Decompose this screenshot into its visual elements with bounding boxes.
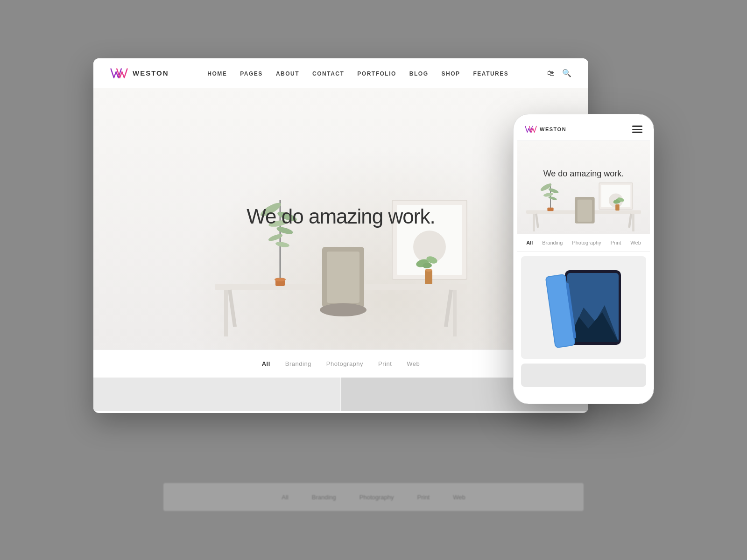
mobile-filter-all[interactable]: All [526, 240, 533, 245]
nav-item-about[interactable]: ABOUT [276, 69, 299, 77]
svg-rect-4 [444, 289, 453, 327]
desktop-logo[interactable]: WESTON [110, 67, 169, 80]
mobile-mockup: WESTON [514, 114, 654, 404]
mobile-navbar: WESTON [517, 118, 650, 141]
mobile-filter-print[interactable]: Print [611, 240, 621, 245]
bottom-strip-label-2: Branding [312, 494, 336, 501]
svg-rect-28 [535, 214, 539, 228]
nav-item-blog[interactable]: BLOG [409, 69, 429, 77]
svg-rect-31 [578, 200, 592, 222]
hamburger-line-1 [632, 126, 642, 127]
mobile-hero: We do amazing work. [517, 141, 650, 234]
bottom-strip: All Branding Photography Print Web [163, 483, 584, 511]
desktop-brand-name: WESTON [133, 69, 169, 77]
svg-rect-20 [425, 270, 432, 284]
svg-point-16 [275, 278, 286, 281]
bottom-strip-label-4: Print [417, 494, 430, 501]
mobile-brand-name: WESTON [540, 126, 566, 132]
nav-item-portfolio[interactable]: PORTFOLIO [357, 69, 396, 77]
nav-item-contact[interactable]: CONTACT [312, 69, 344, 77]
svg-rect-37 [547, 208, 553, 211]
svg-point-14 [275, 241, 289, 248]
desktop-logo-icon [110, 67, 128, 80]
desktop-navbar: WESTON HOME PAGES ABOUT CONTACT PORTFOLI… [93, 58, 588, 88]
svg-rect-27 [632, 214, 634, 231]
mobile-filter-bar: All Branding Photography Print Web [517, 234, 650, 252]
tablet-illustration [528, 261, 640, 354]
svg-point-7 [320, 303, 366, 316]
mobile-filter-branding[interactable]: Branding [542, 240, 563, 245]
hamburger-line-3 [632, 132, 642, 133]
mobile-logo[interactable]: WESTON [525, 125, 566, 134]
bottom-strip-label-1: All [282, 494, 288, 501]
svg-rect-26 [533, 214, 535, 231]
mobile-portfolio-card-1[interactable] [521, 256, 646, 359]
search-icon[interactable]: 🔍 [562, 69, 571, 77]
hamburger-line-2 [632, 129, 642, 130]
filter-web[interactable]: Web [407, 360, 420, 367]
svg-point-21 [425, 269, 432, 272]
svg-rect-41 [615, 204, 620, 210]
hamburger-menu-button[interactable] [632, 126, 642, 133]
svg-rect-3 [228, 289, 237, 327]
scene: All Branding Photography Print Web WESTO… [93, 58, 654, 502]
svg-rect-6 [327, 252, 359, 303]
bottom-strip-label-5: Web [453, 494, 465, 501]
mobile-filter-photography[interactable]: Photography [572, 240, 601, 245]
svg-rect-1 [224, 290, 228, 336]
cart-icon[interactable]: 🛍 [547, 69, 555, 77]
portfolio-thumb-1[interactable] [93, 378, 340, 411]
nav-item-home[interactable]: HOME [207, 69, 227, 77]
svg-rect-29 [628, 214, 632, 228]
filter-branding[interactable]: Branding [285, 360, 311, 367]
mobile-filter-web[interactable]: Web [630, 240, 641, 245]
filter-photography[interactable]: Photography [326, 360, 363, 367]
nav-item-features[interactable]: FEATURES [473, 69, 509, 77]
svg-point-35 [543, 192, 553, 197]
desktop-nav-links: HOME PAGES ABOUT CONTACT PORTFOLIO BLOG … [207, 69, 508, 77]
nav-item-pages[interactable]: PAGES [240, 69, 263, 77]
desktop-hero-title: We do amazing work. [247, 205, 435, 228]
filter-print[interactable]: Print [378, 360, 392, 367]
nav-item-shop[interactable]: SHOP [442, 69, 460, 77]
mobile-logo-icon [525, 125, 537, 134]
bottom-strip-label-3: Photography [359, 494, 394, 501]
desktop-nav-icons: 🛍 🔍 [547, 69, 571, 77]
mobile-portfolio-card-2[interactable] [521, 364, 646, 387]
svg-rect-2 [453, 290, 457, 336]
mobile-hero-title: We do amazing work. [543, 169, 624, 179]
hero-desk-illustration [177, 126, 504, 350]
svg-point-13 [268, 233, 283, 242]
svg-point-36 [548, 196, 557, 201]
mobile-inner: WESTON [517, 118, 650, 400]
filter-all[interactable]: All [262, 360, 270, 367]
